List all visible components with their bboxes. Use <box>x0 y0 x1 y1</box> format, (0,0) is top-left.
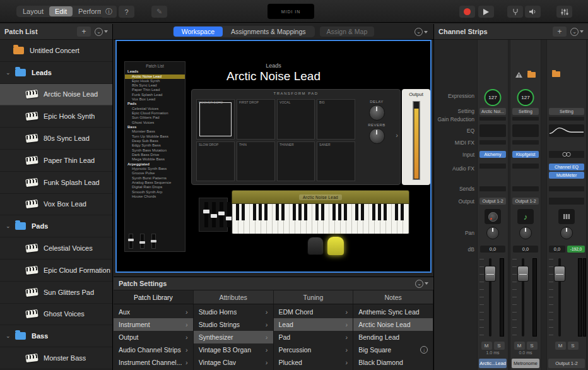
fader-handle[interactable] <box>517 266 529 282</box>
audio-fx-slot[interactable] <box>512 164 539 169</box>
group-row-pads[interactable]: ⌄ Pads <box>0 215 112 237</box>
add-channel-strip-button[interactable]: + <box>553 27 567 37</box>
mute-button[interactable]: M <box>481 342 492 350</box>
list-item[interactable]: Smooth Synth Arp <box>125 190 185 194</box>
eq-thumbnail[interactable] <box>512 124 539 137</box>
tab-notes[interactable]: Notes <box>353 290 433 304</box>
input-plugin-button[interactable]: Alchemy <box>479 151 506 158</box>
expression-pedal-active[interactable] <box>327 237 344 255</box>
strip-name[interactable]: Metronome <box>512 359 539 368</box>
tab-workspace[interactable]: Workspace <box>173 27 223 37</box>
list-item[interactable]: Paper Thin Lead <box>125 88 185 92</box>
group-row-bass[interactable]: ⌄ Bass <box>0 325 112 347</box>
patch-row[interactable]: Celestial Voices <box>0 237 112 260</box>
patch-row[interactable]: Vox Box Lead <box>0 194 112 216</box>
tab-assignments-mappings[interactable]: Assignments & Mappings <box>223 27 314 37</box>
list-item[interactable]: Sun Glitters Pad <box>125 116 185 120</box>
group-row-leads[interactable]: ⌄ Leads <box>0 62 112 84</box>
library-item[interactable]: Vintage B3 Organ› <box>194 343 273 356</box>
list-item[interactable]: Mega Wobble Bass <box>125 157 185 162</box>
mini-fader[interactable] <box>129 234 133 249</box>
patch-row[interactable]: Epic Hook Synth <box>0 105 112 128</box>
sends-slot[interactable] <box>479 186 506 191</box>
mute-button[interactable]: M <box>514 342 525 350</box>
mixer-button[interactable] <box>556 6 572 18</box>
patch-row[interactable]: Paper Thin Lead <box>0 150 112 172</box>
play-button[interactable] <box>478 6 494 18</box>
list-item[interactable]: Torn Up Wobble Bass <box>125 134 185 139</box>
pan-knob[interactable] <box>519 227 532 239</box>
reverb-knob[interactable] <box>369 128 385 144</box>
volume-fader[interactable] <box>510 256 541 339</box>
workspace-action-menu[interactable]: ⌄ <box>415 28 428 36</box>
add-patch-button[interactable]: + <box>77 27 91 37</box>
eq-thumbnail[interactable] <box>479 124 506 137</box>
download-icon[interactable]: ↓ <box>420 346 428 354</box>
library-item[interactable]: Bending Lead <box>353 331 433 343</box>
list-item[interactable]: Dark Bass Drive <box>125 153 185 157</box>
list-item[interactable]: Funk Splash Lead <box>125 93 185 97</box>
library-item[interactable]: Black Diamond <box>353 356 433 369</box>
chevron-right-icon[interactable]: › <box>396 131 398 139</box>
library-item[interactable]: Percussion› <box>274 343 353 356</box>
output-button[interactable]: Output 1-2 <box>512 198 539 205</box>
list-item[interactable]: Edgy Synth Bass <box>125 143 185 148</box>
library-item[interactable]: Aux› <box>114 306 193 318</box>
patch-list-action-menu[interactable]: ⌄ <box>95 28 108 36</box>
list-item[interactable]: Vox Box Lead <box>125 97 185 102</box>
sends-slot[interactable] <box>512 186 539 191</box>
channel-strip[interactable]: 127 Arctic Noi... Alchemy Output 1-2 0,0 <box>477 40 509 370</box>
list-item[interactable]: Hypnotic Synth Bass <box>125 167 185 171</box>
volume-readout[interactable]: 0,0 <box>549 246 565 253</box>
library-item[interactable]: Instrument› <box>114 318 193 331</box>
volume-fader[interactable] <box>478 256 508 339</box>
mini-fader[interactable] <box>151 234 156 249</box>
strip-name[interactable]: Output 1-2 <box>548 359 585 368</box>
transform-pad-cell[interactable]: FIRST DROP <box>237 99 275 140</box>
transform-pad-cell[interactable]: THIN <box>237 141 275 182</box>
audio-fx-slot[interactable] <box>479 164 506 169</box>
library-item[interactable]: Big Square↓ <box>353 343 433 356</box>
library-item[interactable]: Plucked› <box>274 356 353 369</box>
master-mute-button[interactable] <box>525 6 541 18</box>
screen-keyboard[interactable]: Arctic Noise Lead <box>232 190 409 234</box>
mode-edit-button[interactable]: Edit <box>49 6 73 16</box>
list-item[interactable]: 80s Sync Lead <box>125 83 185 88</box>
channel-strips-action-menu[interactable]: ⌄ <box>570 28 584 36</box>
midi-fx-slot[interactable] <box>512 140 539 145</box>
list-item[interactable]: Ghost Voices <box>125 121 185 125</box>
setting-button[interactable]: Setting <box>549 108 584 115</box>
list-item[interactable]: Monster Bass <box>125 129 185 134</box>
library-item[interactable]: Lead› <box>274 318 353 331</box>
drawbar-fader[interactable] <box>220 202 223 227</box>
library-item[interactable]: Studio Strings› <box>194 318 273 331</box>
mode-layout-button[interactable]: Layout <box>17 6 49 16</box>
patch-row[interactable]: 80s Sync Lead <box>0 128 112 150</box>
list-item[interactable]: House Chords <box>125 194 185 199</box>
patch-row[interactable]: Monster Bass <box>0 347 112 369</box>
library-item[interactable]: Arctic Noise Lead <box>353 318 433 331</box>
list-item[interactable]: Synth Burst Patterns <box>125 176 185 181</box>
output-button[interactable]: Output 1-2 <box>479 198 506 205</box>
info-button[interactable]: ⓘ <box>101 6 117 18</box>
balance-knob[interactable] <box>560 227 573 239</box>
eq-thumbnail[interactable] <box>549 124 584 137</box>
sustain-pedal[interactable] <box>307 237 324 255</box>
concert-row[interactable]: Untitled Concert <box>0 40 112 62</box>
patch-settings-action-menu[interactable]: ⌄ <box>415 280 428 288</box>
setting-button[interactable]: Setting <box>512 108 539 115</box>
list-item[interactable]: Synth Bass Mutation <box>125 148 185 153</box>
help-button[interactable]: ? <box>119 6 134 18</box>
transform-pad-cell[interactable]: SANER <box>317 141 355 182</box>
chevron-down-icon[interactable]: ⌄ <box>6 333 11 339</box>
solo-button[interactable]: S <box>568 342 579 350</box>
list-item[interactable]: Groove Pulse <box>125 171 185 176</box>
patch-row[interactable]: Funk Splash Lead <box>0 172 112 194</box>
library-item[interactable]: EDM Chord› <box>274 306 353 318</box>
library-item[interactable]: Anthemic Sync Lead <box>353 306 433 318</box>
list-item[interactable]: Digital Rain Drops <box>125 185 185 189</box>
patch-row[interactable]: Ghost Voices <box>0 304 112 326</box>
mini-fader[interactable] <box>140 234 144 249</box>
tuner-button[interactable] <box>507 6 523 18</box>
assign-map-button[interactable]: Assign & Map <box>320 27 375 37</box>
